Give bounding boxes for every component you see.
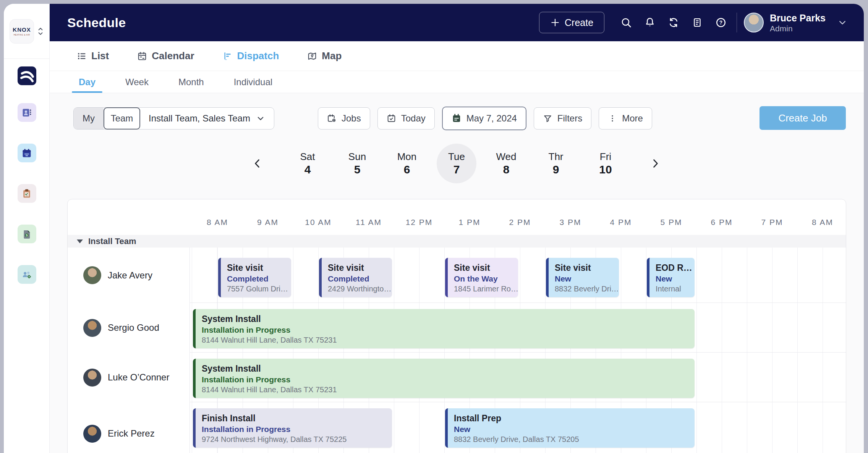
day-cell-sun-5[interactable]: Sun5	[337, 144, 377, 183]
time-tick-label: 8 AM	[207, 218, 228, 227]
tab-label: Dispatch	[237, 50, 279, 62]
time-tick-label: 9 AM	[257, 218, 279, 227]
user-menu[interactable]: Bruce Parks Admin	[744, 12, 847, 33]
date-picker-button[interactable]: May 7, 2024	[442, 107, 526, 130]
time-tick-label: 7 PM	[761, 218, 783, 227]
event-card[interactable]: System InstallInstallation in Progress81…	[193, 359, 695, 398]
event-card[interactable]: Site visitCompleted2429 Worthingto…	[319, 258, 392, 297]
filters-button-label: Filters	[557, 113, 582, 124]
range-tab-individual[interactable]: Individual	[232, 71, 275, 93]
svg-text:$: $	[26, 233, 28, 237]
range-tab-day[interactable]: Day	[76, 71, 98, 93]
range-tabs: DayWeekMonthIndividual	[50, 71, 864, 93]
create-job-button[interactable]: Create Job	[760, 106, 846, 130]
app-logo[interactable]	[18, 66, 36, 85]
event-status: Completed	[227, 273, 291, 284]
range-tab-month[interactable]: Month	[176, 71, 206, 93]
time-tick-label: 8 AM	[812, 218, 833, 227]
forms-document-icon[interactable]	[685, 12, 709, 33]
jobs-calendar-icon	[327, 114, 337, 123]
tasks-icon	[21, 188, 32, 199]
my-toggle[interactable]: My	[74, 108, 104, 129]
event-card[interactable]: Site visitNew8832 Beverly Dri…	[546, 258, 619, 297]
range-tab-week[interactable]: Week	[123, 71, 151, 93]
event-address: 2429 Worthingto…	[328, 284, 392, 294]
event-address: 8832 Beverly Dri…	[555, 284, 619, 294]
tab-calendar[interactable]: Calendar	[137, 50, 194, 62]
jobs-button[interactable]: Jobs	[318, 107, 370, 129]
technician-cell[interactable]: Luke O’Conner	[68, 353, 189, 402]
map-icon	[307, 51, 317, 61]
technician-cell[interactable]: Sergio Good	[68, 303, 189, 353]
day-cell-tue-7[interactable]: Tue7	[437, 144, 476, 183]
day-cell-fri-10[interactable]: Fri10	[586, 144, 625, 183]
day-cell-sat-4[interactable]: Sat4	[288, 144, 327, 183]
notifications-bell-icon[interactable]	[638, 12, 662, 33]
calendar-icon	[137, 51, 147, 61]
event-card[interactable]: Finish InstallInstallation in Progress97…	[193, 408, 392, 448]
day-cell-mon-6[interactable]: Mon6	[387, 144, 427, 183]
event-title: EOD R…	[656, 262, 695, 273]
sidebar-item-invoices[interactable]: $	[18, 225, 36, 243]
filters-button[interactable]: Filters	[534, 107, 591, 129]
timeline-grid[interactable]: System InstallInstallation in Progress81…	[189, 353, 846, 402]
next-week-chevron-icon[interactable]	[647, 154, 664, 173]
page-title: Schedule	[67, 15, 126, 30]
day-cell-thr-9[interactable]: Thr9	[536, 144, 576, 183]
timeline-grid[interactable]: Site visitCompleted7557 Golum Dri…Site v…	[189, 248, 846, 303]
event-address: 8832 Beverly Drive, Dallas TX 75205	[454, 434, 695, 444]
sidebar-item-team[interactable]	[18, 265, 36, 284]
create-button[interactable]: Create	[539, 12, 604, 33]
event-card[interactable]: Site visitOn the Way1845 Larimer Ro…	[445, 258, 518, 297]
time-tick-label: 10 AM	[305, 218, 332, 227]
day-cell-wed-8[interactable]: Wed8	[486, 144, 526, 183]
tab-map[interactable]: Map	[307, 50, 342, 62]
more-button[interactable]: More	[599, 107, 652, 129]
plus-icon	[550, 18, 560, 28]
event-card[interactable]: Site visitCompleted7557 Golum Dri…	[218, 258, 291, 297]
company-switcher-carets[interactable]	[37, 27, 44, 36]
day-of-week: Tue	[448, 150, 465, 163]
time-tick-label: 12 PM	[406, 218, 433, 227]
company-logo-subtext: HEATING & AIR	[14, 34, 30, 36]
sidebar-item-tasks[interactable]	[18, 184, 36, 203]
team-selector-dropdown[interactable]: Install Team, Sales Team	[140, 108, 274, 129]
tab-dispatch[interactable]: Dispatch	[223, 50, 279, 62]
team-toggle[interactable]: Team	[104, 107, 140, 129]
event-title: Site visit	[555, 262, 619, 273]
event-card[interactable]: EOD R…NewInternal	[647, 258, 695, 297]
timeline-grid[interactable]: System InstallInstallation in Progress81…	[189, 303, 846, 353]
event-address: 9724 Northwest Highway, Dallas TX 75225	[202, 434, 392, 444]
time-tick-label: 6 PM	[711, 218, 732, 227]
chevron-down-icon	[256, 114, 265, 123]
event-card[interactable]: System InstallInstallation in Progress81…	[193, 309, 695, 348]
previous-week-chevron-icon[interactable]	[249, 154, 266, 173]
event-title: System Install	[202, 363, 695, 374]
team-group-header[interactable]: Install Team	[68, 235, 846, 248]
day-number: 7	[453, 163, 460, 176]
technician-cell[interactable]: Jake Avery	[68, 248, 189, 303]
company-switcher[interactable]: KNOX HEATING & AIR	[4, 4, 50, 59]
technician-row: Finish InstallInstallation in Progress97…	[68, 402, 846, 453]
day-of-week: Sat	[300, 150, 315, 163]
search-icon[interactable]	[614, 12, 638, 33]
contacts-icon	[21, 107, 32, 118]
event-title: System Install	[202, 313, 695, 325]
technician-name: Luke O’Conner	[108, 372, 169, 383]
sidebar-item-schedule[interactable]	[18, 144, 36, 162]
today-button[interactable]: Today	[377, 107, 435, 129]
tab-list[interactable]: List	[77, 50, 109, 62]
event-card[interactable]: Install PrepNew8832 Beverly Drive, Dalla…	[445, 408, 695, 448]
technician-cell[interactable]: Erick Perez	[68, 402, 189, 453]
technician-row: System InstallInstallation in Progress81…	[68, 303, 846, 353]
company-logo-text: KNOX	[13, 26, 31, 33]
event-address: 7557 Golum Dri…	[227, 284, 291, 294]
sidebar-item-contacts[interactable]	[18, 103, 36, 122]
timeline-grid[interactable]: Finish InstallInstallation in Progress97…	[189, 402, 846, 453]
team-group-label: Install Team	[88, 236, 136, 246]
event-address: 8144 Walnut Hill Lane, Dallas TX 75231	[202, 385, 695, 395]
help-icon[interactable]: ?	[709, 12, 733, 33]
day-of-week: Sun	[348, 150, 366, 163]
day-of-week: Wed	[496, 150, 517, 163]
sync-refresh-icon[interactable]	[662, 12, 685, 33]
